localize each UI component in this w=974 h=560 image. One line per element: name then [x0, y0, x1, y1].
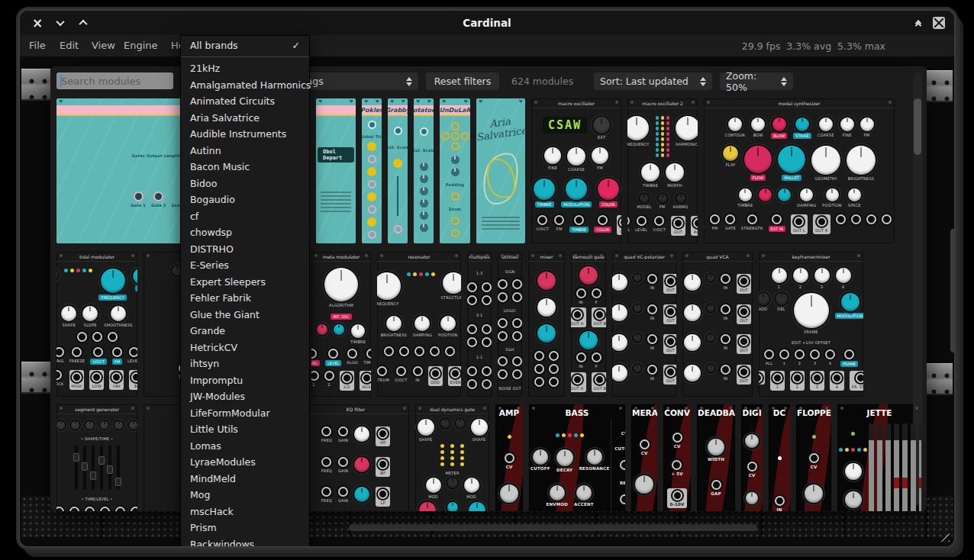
- tags-dropdown[interactable]: Tags: [296, 72, 418, 90]
- jack-label: IN: [579, 300, 583, 304]
- module-card[interactable]: EQ filterFREQGAINHPFREQGAINBPFREQGAINLPF…: [302, 404, 409, 511]
- brand-menu-item[interactable]: Animated Circuits: [181, 93, 309, 110]
- knob-wrap: [56, 269, 58, 281]
- sort-dropdown[interactable]: Sort: Last updated: [594, 72, 712, 90]
- module-card[interactable]: quad VC-polarizerINOUTINOUTINOUTINOUT: [612, 252, 676, 397]
- module-card[interactable]: ♥♥PoklesGlobal Trig: [362, 98, 382, 243]
- module-card[interactable]: tidal modulatorFREQUENCYFMSHAPESLOPESMOO…: [56, 252, 137, 397]
- menu-file[interactable]: File: [29, 40, 46, 51]
- brand-menu-item[interactable]: Amalgamated Harmonics: [181, 77, 309, 94]
- module-card[interactable]: FLOPPERCVININ: [796, 404, 831, 511]
- slider-thumb[interactable]: [90, 471, 96, 480]
- module-card[interactable]: DEADBANDWIDTHGAP: [697, 404, 735, 511]
- horizontal-scrollbar[interactable]: [349, 524, 757, 531]
- jack-port: [640, 439, 650, 449]
- module-card[interactable]: utilitiesSIGNLOGICS&HNOISE OUT: [498, 252, 522, 397]
- brand-menu-item[interactable]: Little Utils: [181, 421, 309, 438]
- module-card[interactable]: multiples1:33:11:1: [467, 252, 492, 397]
- module-card[interactable]: quad VCAINOUTINOUTINOUTINOUT: [682, 252, 753, 397]
- zoom-dropdown[interactable]: Zoom: 50%: [720, 72, 793, 90]
- slider-track[interactable]: [108, 446, 111, 490]
- jack-label: OUT B: [594, 386, 607, 391]
- brand-menu-item[interactable]: Fehler Fabrik: [181, 290, 309, 307]
- module-card[interactable]: resonatorFREQUENCYSTRUCTUREBRIGHTNESSDAM…: [377, 252, 461, 397]
- reset-filters-button[interactable]: Reset filters: [426, 72, 499, 90]
- brand-menu-item[interactable]: LifeFormModular: [181, 405, 309, 422]
- brand-menu-item[interactable]: Lomas: [181, 438, 309, 455]
- slider-track[interactable]: [100, 446, 103, 490]
- module-card[interactable]: meta modulatorALGORITHMINT. OSCTIMBRELEV…: [311, 252, 371, 397]
- brand-menu-item[interactable]: Glue the Giant: [181, 307, 309, 323]
- brand-menu-item[interactable]: Impromptu: [181, 372, 309, 389]
- brand-menu-item[interactable]: mscHack: [181, 504, 309, 520]
- window-icon[interactable]: [933, 17, 945, 29]
- brand-menu-item[interactable]: Audible Instruments: [181, 126, 309, 143]
- module-card[interactable]: macro oscillator 2FREQUENCYHARMONICSTIMB…: [627, 98, 698, 243]
- slider-track[interactable]: [117, 446, 120, 490]
- brand-menu-item[interactable]: MindMeld: [181, 471, 309, 488]
- brand-menu-item[interactable]: Bacon Music: [181, 159, 309, 175]
- menu-view[interactable]: View: [92, 40, 115, 51]
- vertical-scrollbar[interactable]: [950, 229, 956, 352]
- brand-menu-item[interactable]: Expert Sleepers: [181, 274, 309, 291]
- module-card[interactable]: ♥♥RotatoesExt. Scale: [414, 98, 434, 243]
- brand-menu-item[interactable]: Grande: [181, 323, 309, 340]
- jack-label: 4: [829, 361, 831, 365]
- slider-thumb[interactable]: [98, 456, 105, 465]
- jack-label: ALL: [766, 361, 773, 365]
- module-card[interactable]: ♥♥Obol Depart: [316, 98, 356, 243]
- brand-menu-item[interactable]: DISTRHO: [181, 241, 309, 258]
- module-card[interactable]: keyframer/mixer1234ADDDELFRAMEMODULATION…: [759, 252, 863, 397]
- collapse-button[interactable]: [911, 16, 925, 30]
- brand-menu-item[interactable]: LyraeModules: [181, 454, 309, 471]
- module-card[interactable]: segment generator• SHAPE/TIME •• TIME/LE…: [56, 404, 137, 511]
- brand-menu-item[interactable]: Mog: [181, 487, 309, 504]
- slider-track[interactable]: [92, 446, 95, 490]
- module-card[interactable]: BASSCUTOFFDECAYRESONANCEENVMODACCENTACCE…: [529, 404, 625, 511]
- search-input[interactable]: [56, 72, 173, 89]
- brand-menu-item[interactable]: 21kHz: [181, 60, 309, 77]
- brand-menu-item[interactable]: ihtsyn: [181, 356, 309, 372]
- slider-thumb[interactable]: [82, 462, 88, 471]
- brand-menu-item[interactable]: Autinn: [181, 143, 309, 159]
- slider-track[interactable]: [83, 446, 86, 490]
- module-card[interactable]: ♥♥GrabbyExt. Scale: [388, 98, 408, 243]
- module-card[interactable]: JETTEV/OCT: [837, 404, 921, 511]
- module-card[interactable]: ♥♥Aria Salvatrice: [476, 98, 525, 243]
- slider-thumb[interactable]: [73, 453, 79, 462]
- brand-menu-item[interactable]: Bidoo: [181, 175, 309, 192]
- knob: [707, 274, 714, 282]
- brand-menu-item-selected[interactable]: All brands✓: [181, 36, 309, 54]
- module-card[interactable]: macro oscillatorCSAWEXTFINECOARSEFMTIMBR…: [531, 98, 621, 243]
- slider-thumb[interactable]: [107, 465, 113, 474]
- module-card[interactable]: bernoulli gateINPOUT AOUT BINPOUT AOUT B: [571, 252, 606, 397]
- module-card[interactable]: dual dynamics gateSHAPESHAPEMETERMODMODL…: [415, 404, 489, 511]
- module-card[interactable]: DIGICVANALOG: [741, 404, 763, 511]
- module-card[interactable]: DCIN: [769, 404, 790, 511]
- module-card[interactable]: AMPCVIN: [495, 404, 523, 511]
- knob-wrap: [456, 419, 465, 428]
- eq-row: FREQGAINHP: [304, 426, 408, 446]
- brand-menu-item[interactable]: Bogaudio: [181, 191, 309, 208]
- module-card[interactable]: modal synthesizerCONTOURBOWBLOWSTRIKECOA…: [704, 98, 895, 243]
- module-card[interactable]: mixer: [528, 252, 565, 397]
- brand-menu-item[interactable]: HetrickCV: [181, 340, 309, 356]
- knob-wrap: [634, 304, 641, 312]
- jack-port: [111, 372, 121, 382]
- channel-row: INOUT: [614, 365, 675, 385]
- brand-menu-item[interactable]: cf: [181, 208, 309, 225]
- menu-edit[interactable]: Edit: [60, 40, 79, 51]
- brand-menu-item[interactable]: E-Series: [181, 257, 309, 274]
- brand-menu-item[interactable]: Rackwindows: [181, 536, 309, 549]
- menu-engine[interactable]: Engine: [124, 40, 158, 51]
- brand-menu-item[interactable]: JW-Modules: [181, 388, 309, 405]
- brand-menu-item[interactable]: Prism: [181, 520, 309, 536]
- module-card[interactable]: MERACVPRE: [631, 404, 657, 511]
- slider-thumb[interactable]: [115, 478, 121, 486]
- brand-menu-item[interactable]: Aria Salvatrice: [181, 110, 309, 127]
- brand-menu-item[interactable]: chowdsp: [181, 224, 309, 241]
- module-card[interactable]: ♥♥UnDuLaRPaddingZoom: [440, 98, 470, 243]
- module-card[interactable]: CONVCV+ 5V0-10V0-10V: [663, 404, 691, 511]
- browser-scroll-thumb[interactable]: [914, 98, 921, 155]
- slider-track[interactable]: [75, 446, 78, 490]
